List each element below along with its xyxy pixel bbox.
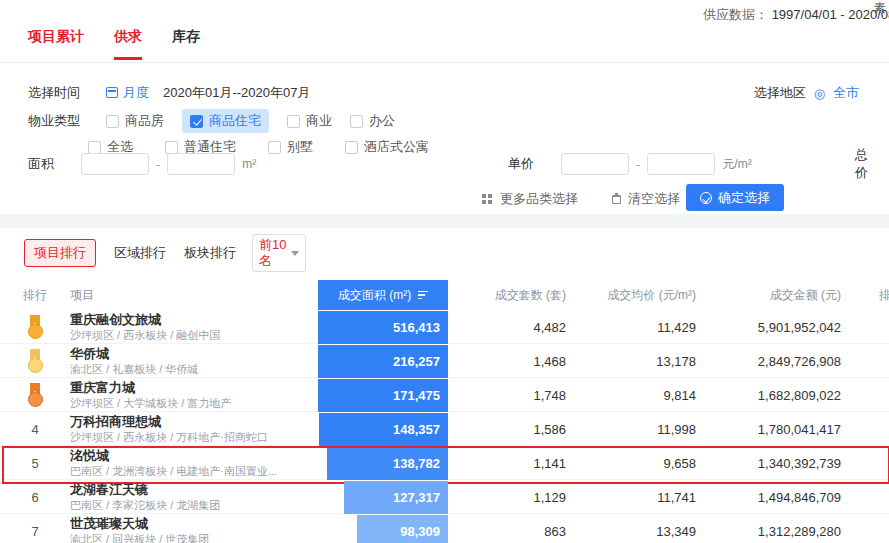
area-bar: 171,475	[318, 379, 448, 412]
units-cell: 4,482	[448, 320, 580, 335]
area-bar: 98,309	[357, 515, 448, 543]
checkbox-commodity-residence[interactable]: 商品住宅	[182, 109, 269, 133]
rank-cell: 5	[0, 456, 70, 471]
unit-price-max-input[interactable]	[647, 153, 715, 175]
checkbox-icon	[350, 115, 363, 128]
area-bar: 127,317	[344, 481, 448, 514]
table-row[interactable]: 重庆融创文旅城 沙坪坝区 / 西永板块 / 融创中国 516,413 4,482…	[0, 310, 889, 344]
area-cell: 127,317	[318, 480, 448, 514]
area-bar: 216,257	[318, 345, 448, 378]
tab-project-ranking[interactable]: 项目排行	[24, 239, 96, 267]
tab-supply-demand[interactable]: 供求	[114, 28, 142, 60]
region-label: 选择地区	[754, 84, 806, 102]
unit-price-label: 单价	[508, 155, 534, 173]
avg-price-cell: 11,998	[580, 422, 710, 437]
table-row[interactable]: 重庆富力城 沙坪坝区 / 大学城板块 / 富力地产 171,475 1,748 …	[0, 378, 889, 412]
checkbox-commercial-housing[interactable]: 商品房	[106, 112, 164, 130]
units-header: 成交套数 (套)	[448, 287, 580, 304]
amount-header: 成交金额 (元)	[710, 287, 855, 304]
area-max-input[interactable]	[167, 153, 235, 175]
project-name[interactable]: 重庆融创文旅城	[70, 312, 310, 328]
project-name[interactable]: 洺悦城	[70, 448, 310, 464]
area-cell: 216,257	[318, 344, 448, 378]
region-selector[interactable]: 选择地区 ◎ 全市	[754, 84, 859, 102]
units-cell: 1,468	[448, 354, 580, 369]
tab-district-ranking[interactable]: 区域排行	[114, 244, 166, 262]
area-header[interactable]: 成交面积 (m²)	[318, 280, 448, 310]
range-separator: -	[156, 157, 160, 172]
unit-price-range-group: 单价 - 元/m²	[508, 153, 752, 175]
table-row[interactable]: 华侨城 渝北区 / 礼嘉板块 / 华侨城 216,257 1,468 13,17…	[0, 344, 889, 378]
time-filter-row: 选择时间 月度 2020年01月--2020年07月 选择地区 ◎ 全市	[28, 82, 889, 104]
project-name[interactable]: 华侨城	[70, 346, 310, 362]
units-cell: 863	[448, 524, 580, 539]
clear-selection-button[interactable]: 清空选择	[612, 190, 680, 208]
project-location: 渝北区 / 回兴板块 / 世茂集团	[70, 533, 310, 543]
area-cell: 516,413	[318, 310, 448, 344]
top-n-value: 前10名	[259, 237, 287, 270]
project-name[interactable]: 重庆富力城	[70, 380, 310, 396]
checkbox-commerce[interactable]: 商业	[287, 112, 332, 130]
project-name[interactable]: 世茂璀璨天城	[70, 516, 310, 532]
rank-cell	[0, 315, 70, 339]
unit-price-min-input[interactable]	[561, 153, 629, 175]
supply-data-value: 1997/04/01 - 2020/08/31	[772, 7, 889, 22]
total-price-label: 总价	[855, 146, 869, 182]
tab-block-ranking[interactable]: 板块排行	[184, 244, 236, 262]
tab-inventory[interactable]: 库存	[172, 28, 200, 60]
rank-cell: 4	[0, 422, 70, 437]
project-location: 沙坪坝区 / 大学城板块 / 富力地产	[70, 397, 310, 411]
table-header-row: 排行 项目 成交面积 (m²) 成交套数 (套) 成交均价 (元/m²) 成交金…	[0, 280, 889, 310]
top-n-dropdown[interactable]: 前10名	[252, 234, 306, 273]
checkbox-icon	[106, 115, 119, 128]
confirm-selection-button[interactable]: 确定选择	[686, 184, 784, 211]
total-price-group: 总价	[855, 146, 889, 182]
rank-cell: 6	[0, 490, 70, 505]
more-categories-button[interactable]: 更多品类选择	[482, 190, 578, 208]
ranking-table: 排行 项目 成交面积 (m²) 成交套数 (套) 成交均价 (元/m²) 成交金…	[0, 280, 889, 543]
table-row[interactable]: 4 万科招商理想城 沙坪坝区 / 西永板块 / 万科地产·招商蛇口 148,35…	[0, 412, 889, 446]
rank-cell: 7	[0, 524, 70, 539]
avg-price-cell: 11,741	[580, 490, 710, 505]
table-row[interactable]: 6 龙湖春江天镜 巴南区 / 李家沱板块 / 龙湖集团 127,317 1,12…	[0, 480, 889, 514]
top-divider	[0, 62, 889, 63]
amount-cell: 1,780,041,417	[710, 422, 855, 437]
checkbox-office[interactable]: 办公	[350, 112, 395, 130]
trash-icon	[612, 195, 621, 204]
table-row[interactable]: 7 世茂璀璨天城 渝北区 / 回兴板块 / 世茂集团 98,309 863 13…	[0, 514, 889, 543]
tab-project-cumulative[interactable]: 项目累计	[28, 28, 84, 60]
avg-price-cell: 11,429	[580, 320, 710, 335]
units-cell: 1,129	[448, 490, 580, 505]
project-name[interactable]: 龙湖春江天镜	[70, 482, 310, 498]
project-location: 巴南区 / 龙洲湾板块 / 电建地产·南国置业...	[70, 465, 310, 479]
supply-data-label: 供应数据：	[703, 7, 768, 22]
filter-actions-row: 更多品类选择 清空选择 确定选择	[28, 184, 889, 212]
clipped-header: 排名	[855, 287, 889, 304]
area-min-input[interactable]	[81, 153, 149, 175]
grid-icon	[482, 194, 486, 198]
rank-header: 排行	[0, 287, 70, 304]
section-divider-band	[0, 214, 889, 228]
project-name[interactable]: 万科招商理想城	[70, 414, 310, 430]
project-location: 沙坪坝区 / 西永板块 / 万科地产·招商蛇口	[70, 431, 310, 445]
sort-icon[interactable]	[418, 291, 428, 300]
units-cell: 1,141	[448, 456, 580, 471]
amount-cell: 1,682,809,022	[710, 388, 855, 403]
date-range-value[interactable]: 2020年01月--2020年07月	[163, 84, 310, 102]
location-pin-icon: ◎	[814, 86, 825, 101]
avg-price-cell: 13,349	[580, 524, 710, 539]
area-cell: 138,782	[318, 446, 448, 480]
rank-cell	[0, 349, 70, 373]
area-cell: 148,357	[318, 412, 448, 446]
main-tabs: 项目累计 供求 库存	[28, 28, 200, 60]
amount-cell: 5,901,952,042	[710, 320, 855, 335]
property-type-label: 物业类型	[28, 112, 80, 130]
property-type-row: 物业类型 商品房 商品住宅 商业 办公	[28, 110, 889, 132]
region-value[interactable]: 全市	[833, 84, 859, 102]
table-row-highlighted[interactable]: 5 洺悦城 巴南区 / 龙洲湾板块 / 电建地产·南国置业... 138,782…	[0, 446, 889, 480]
amount-cell: 2,849,726,908	[710, 354, 855, 369]
top-tab-bar: 项目累计 供求 库存	[28, 28, 889, 62]
area-cell: 171,475	[318, 378, 448, 412]
rank-cell	[0, 383, 70, 407]
granularity-selector[interactable]: 月度	[106, 84, 149, 102]
